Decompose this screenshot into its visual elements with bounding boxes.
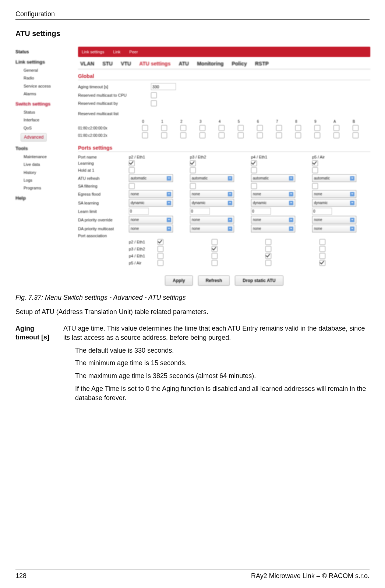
ports-select[interactable]: none [190,225,234,232]
assoc-checkbox[interactable] [212,260,218,266]
assoc-checkbox[interactable] [158,253,163,259]
bit-cb[interactable] [353,125,358,131]
bit-cb[interactable] [257,125,263,131]
ports-select[interactable]: dynamic [312,199,356,207]
assoc-checkbox[interactable] [158,246,163,252]
assoc-checkbox[interactable] [265,260,271,266]
bit-cb[interactable] [257,132,263,138]
sidebar-group-link-settings[interactable]: Link settings [15,59,74,65]
ports-select[interactable]: none [129,190,173,198]
bit-cb[interactable] [180,132,186,138]
assoc-checkbox[interactable] [158,260,163,266]
ports-select[interactable]: none [251,225,295,232]
bit-cb[interactable] [238,125,244,131]
ports-select[interactable]: dynamic [251,199,295,207]
bit-cb[interactable] [276,132,282,138]
bit-cb[interactable] [199,125,205,131]
bit-cb[interactable] [295,125,301,131]
assoc-checkbox[interactable] [319,239,325,245]
bit-cb[interactable] [353,132,358,138]
bit-cb[interactable] [161,125,167,131]
bit-cb[interactable] [333,132,339,138]
sidebar-item-status[interactable]: Status [15,49,74,55]
ports-select[interactable]: none [251,216,295,224]
refresh-checkbox[interactable] [151,100,157,106]
bit-cb[interactable] [295,132,301,138]
assoc-checkbox[interactable] [158,239,163,245]
ports-checkbox[interactable] [312,183,318,189]
ports-input[interactable] [190,208,210,215]
ports-checkbox[interactable] [251,183,257,189]
bit-cb[interactable] [314,132,320,138]
tab-rstp[interactable]: RSTP [255,61,269,67]
tab-policy[interactable]: Policy [232,61,247,67]
ports-select[interactable]: none [312,216,356,224]
refresh-button[interactable]: Refresh [198,275,230,286]
assoc-checkbox[interactable] [265,253,271,259]
ports-select[interactable]: automatic [251,174,295,182]
tab-atu[interactable]: ATU [179,61,189,67]
bit-cb[interactable] [142,125,148,131]
sidebar-item-qos[interactable]: QoS [24,125,74,131]
assoc-checkbox[interactable] [265,246,271,252]
sidebar-item-live-data[interactable]: Live data [24,162,74,167]
ports-select[interactable]: none [251,190,295,198]
assoc-checkbox[interactable] [319,260,325,266]
ports-select[interactable]: automatic [190,174,234,182]
tab-monitoring[interactable]: Monitoring [197,61,223,67]
bit-cb[interactable] [161,132,167,138]
ports-checkbox[interactable] [312,167,318,173]
ports-checkbox[interactable] [129,183,135,189]
sidebar-item-general[interactable]: General [24,68,74,73]
learn2all-checkbox[interactable] [151,92,157,98]
sidebar-item-radio[interactable]: Radio [24,75,74,81]
sidebar-item-history[interactable]: History [24,170,74,175]
tab-vtu[interactable]: VTU [121,61,131,67]
sidebar-item-logs[interactable]: Logs [24,178,74,183]
sidebar-item-service-access[interactable]: Service access [24,83,74,89]
bit-cb[interactable] [142,132,148,138]
assoc-checkbox[interactable] [319,246,325,252]
bit-cb[interactable] [238,132,244,138]
bit-cb[interactable] [180,125,186,131]
assoc-checkbox[interactable] [212,253,218,259]
ports-input[interactable] [251,208,271,215]
aging-input[interactable] [151,83,176,90]
sidebar-help[interactable]: Help [15,195,74,202]
bit-cb[interactable] [219,125,225,131]
ports-select[interactable]: none [129,225,173,232]
assoc-checkbox[interactable] [265,239,271,245]
bit-cb[interactable] [314,125,320,131]
drop-static-atu-button[interactable]: Drop static ATU [235,275,283,286]
sidebar-item-advanced[interactable]: Advanced [21,133,47,142]
tab-stu[interactable]: STU [102,61,113,67]
ports-select[interactable]: none [190,216,234,224]
sidebar-item-switch-status[interactable]: Status [24,110,74,115]
apply-button[interactable]: Apply [165,275,192,286]
ports-checkbox[interactable] [312,160,318,166]
sidebar-item-maintenance[interactable]: Maintenance [24,154,74,160]
assoc-checkbox[interactable] [319,253,325,259]
sidebar-item-programs[interactable]: Programs [24,185,74,191]
ports-select[interactable]: automatic [129,174,173,182]
ports-checkbox[interactable] [190,160,196,166]
bit-cb[interactable] [276,125,282,131]
ports-select[interactable]: none [312,190,356,198]
tab-atu-settings[interactable]: ATU settings [139,61,170,67]
ports-input[interactable] [312,208,332,215]
assoc-checkbox[interactable] [212,246,218,252]
assoc-checkbox[interactable] [212,239,218,245]
sidebar-item-interface[interactable]: Interface [24,117,74,123]
ports-checkbox[interactable] [190,167,196,173]
ports-checkbox[interactable] [251,160,257,166]
ports-input[interactable] [129,208,149,215]
bit-cb[interactable] [219,132,225,138]
ports-select[interactable]: none [190,190,234,198]
ports-checkbox[interactable] [129,160,135,166]
ports-select[interactable]: dynamic [190,199,234,207]
bit-cb[interactable] [333,125,339,131]
ports-select[interactable]: automatic [312,174,356,182]
ports-select[interactable]: dynamic [129,199,173,207]
sidebar-item-alarms[interactable]: Alarms [24,91,74,97]
ports-select[interactable]: none [312,225,356,232]
